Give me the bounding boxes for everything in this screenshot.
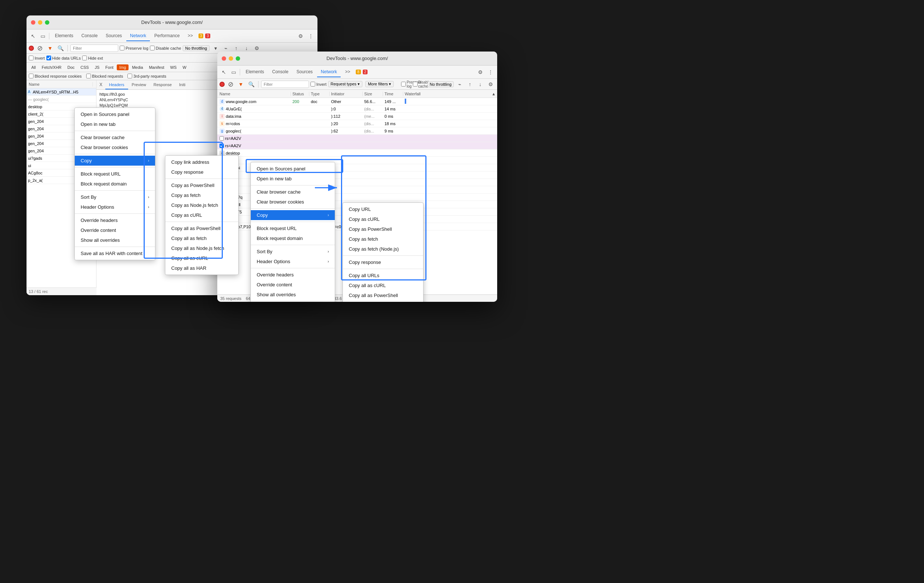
ctx-override-headers-1[interactable]: Override headers: [75, 215, 155, 225]
ctx-open-sources-2[interactable]: Open in Sources panel: [251, 164, 335, 174]
tab-sources-1[interactable]: Sources: [102, 31, 125, 41]
type-ws-1[interactable]: WS: [168, 64, 179, 70]
ctx-copy-all-curl-2[interactable]: Copy all as cURL: [343, 280, 423, 290]
ctx-copy-curl-2[interactable]: Copy as cURL: [343, 214, 423, 224]
ctx-copy-response-1[interactable]: Copy response: [165, 167, 238, 177]
ctx-copy-response-2[interactable]: Copy response: [343, 257, 423, 267]
tab-preview-1[interactable]: Preview: [128, 80, 150, 89]
ctx-copy-link-1[interactable]: Copy link address: [165, 157, 238, 167]
filter-icon-2[interactable]: ▼: [236, 80, 245, 89]
ctx-copy-all-ps-1[interactable]: Copy all as PowerShell: [165, 223, 238, 233]
filter-icon-1[interactable]: ▼: [46, 44, 54, 53]
search-icon-2[interactable]: 🔍: [247, 80, 256, 89]
close-detail-tab-1[interactable]: X: [96, 80, 105, 89]
close-button-1[interactable]: [31, 20, 35, 25]
ctx-copy-all-fetch-1[interactable]: Copy all as fetch: [165, 233, 238, 243]
settings-icon-1[interactable]: ⚙: [296, 32, 305, 41]
ctx-save-har-1[interactable]: Save all as HAR with content: [75, 249, 155, 259]
type-w-1[interactable]: W: [180, 64, 189, 70]
blocked-cookies-cb-1[interactable]: Blocked response cookies: [29, 74, 82, 78]
throttle-down-1[interactable]: ▾: [211, 44, 220, 53]
tab-elements-1[interactable]: Elements: [51, 31, 77, 41]
table-row[interactable]: A ANLem4YSD_sRTM...H5: [26, 88, 96, 96]
ctx-clear-cookies-1[interactable]: Clear browser cookies: [75, 142, 155, 152]
invert-checkbox-1[interactable]: Invert: [29, 56, 45, 60]
ctx-block-url-1[interactable]: Block request URL: [75, 169, 155, 179]
maximize-button-2[interactable]: [236, 56, 240, 61]
throttle-select-2[interactable]: No throttling: [427, 81, 454, 87]
ctx-open-sources-1[interactable]: Open in Sources panel: [75, 109, 155, 119]
tab-network-1[interactable]: Network: [126, 31, 150, 41]
ctx-open-tab-1[interactable]: Open in new tab: [75, 119, 155, 129]
ctx-show-overrides-2[interactable]: Show all overrides: [251, 290, 335, 300]
cursor-icon-2[interactable]: ↖: [219, 68, 228, 77]
upload-icon-1[interactable]: ↑: [232, 44, 241, 53]
type-manifest-1[interactable]: Manifest: [146, 64, 167, 70]
ctx-copy-ps-2[interactable]: Copy as PowerShell: [343, 224, 423, 234]
ctx-override-content-1[interactable]: Override content: [75, 225, 155, 235]
hide-ext-checkbox-1[interactable]: Hide ext: [82, 56, 103, 60]
ctx-copy-url-2[interactable]: Copy URL: [343, 204, 423, 214]
tab-console-1[interactable]: Console: [78, 31, 101, 41]
tab-elements-2[interactable]: Elements: [242, 67, 268, 77]
tab-console-2[interactable]: Console: [269, 67, 292, 77]
record-button-1[interactable]: [29, 46, 34, 51]
disable-cache-cb-2[interactable]: Disable cache: [417, 80, 426, 89]
table-row[interactable]: d desktop: [217, 150, 497, 157]
3rd-party-cb-1[interactable]: 3rd-party requests: [127, 74, 166, 78]
ctx-sort-by-1[interactable]: Sort By ›: [75, 192, 155, 202]
ctx-copy-all-curl-1[interactable]: Copy all as cURL: [165, 253, 238, 263]
net-settings-1[interactable]: ⚙: [252, 44, 261, 53]
ctx-copy-1[interactable]: Copy ›: [75, 156, 155, 166]
cursor-icon[interactable]: ↖: [29, 32, 38, 41]
minimize-button-1[interactable]: [38, 20, 42, 25]
ctx-override-headers-2[interactable]: Override headers: [251, 270, 335, 280]
invert-cb-2[interactable]: Invert: [310, 82, 327, 87]
tab-headers-1[interactable]: Headers: [105, 80, 128, 89]
close-button-2[interactable]: [222, 56, 226, 61]
table-row[interactable]: i data:ima ):112 (me... 0 ms: [217, 113, 497, 120]
type-fetchxhr-1[interactable]: Fetch/XHR: [39, 64, 64, 70]
table-row[interactable]: s m=cdos ):20 (dis... 18 ms: [217, 120, 497, 127]
type-all-1[interactable]: All: [29, 64, 38, 70]
type-css-1[interactable]: CSS: [78, 64, 92, 70]
tab-response-1[interactable]: Response: [150, 80, 176, 89]
download-icon-2[interactable]: ↓: [476, 80, 485, 89]
request-types-btn-2[interactable]: Request types ▾: [328, 81, 362, 87]
ctx-copy-all-har-1[interactable]: Copy all as HAR: [165, 263, 238, 273]
tab-sources-2[interactable]: Sources: [293, 67, 316, 77]
ctx-copy-all-urls-2[interactable]: Copy all URLs: [343, 270, 423, 280]
ctx-copy-all-ps-2[interactable]: Copy all as PowerShell: [343, 290, 423, 300]
ctx-sort-by-2[interactable]: Sort By ›: [251, 247, 335, 257]
device-icon-2[interactable]: ▭: [229, 68, 238, 77]
type-img-1[interactable]: Img: [117, 64, 129, 70]
tab-initiator-1[interactable]: Initi: [175, 80, 189, 89]
upload-icon-2[interactable]: ↑: [465, 80, 474, 89]
table-row[interactable]: d www.google.com 200 doc Other 56.6... 1…: [217, 98, 497, 105]
ctx-block-url-2[interactable]: Block request URL: [251, 223, 335, 233]
record-button-2[interactable]: [219, 82, 224, 87]
clear-icon-2[interactable]: ⊘: [226, 80, 235, 89]
more-icon-2[interactable]: ⋮: [486, 68, 495, 77]
filter-input-2[interactable]: [261, 81, 309, 88]
search-icon-1[interactable]: 🔍: [56, 44, 65, 53]
ctx-block-domain-1[interactable]: Block request domain: [75, 179, 155, 189]
filter-input-1[interactable]: [70, 44, 118, 52]
ctx-copy-all-node-1[interactable]: Copy all as Node.js fetch: [165, 243, 238, 253]
tab-performance-1[interactable]: Performance: [151, 31, 183, 41]
download-icon-1[interactable]: ↓: [242, 44, 251, 53]
tab-network-2[interactable]: Network: [317, 67, 341, 77]
tab-more-1[interactable]: >>: [184, 31, 197, 41]
ctx-copy-ps-1[interactable]: Copy as PowerShell: [165, 180, 238, 190]
ctx-copy-all-fetch-2[interactable]: Copy all as fetch: [343, 300, 423, 302]
ctx-block-domain-2[interactable]: Block request domain: [251, 233, 335, 243]
ctx-clear-cookies-2[interactable]: Clear browser cookies: [251, 197, 335, 207]
maximize-button-1[interactable]: [45, 20, 50, 25]
blocked-req-cb-1[interactable]: Blocked requests: [86, 74, 123, 78]
ctx-copy-curl-1[interactable]: Copy as cURL: [165, 210, 238, 220]
table-row[interactable]: rs=AA2V: [217, 135, 497, 142]
table-row[interactable]: g googlec( ):62 (dis... 9 ms: [217, 127, 497, 135]
minimize-button-2[interactable]: [229, 56, 233, 61]
ctx-header-options-2[interactable]: Header Options ›: [251, 257, 335, 267]
table-row[interactable]: — googlec(: [26, 96, 96, 103]
